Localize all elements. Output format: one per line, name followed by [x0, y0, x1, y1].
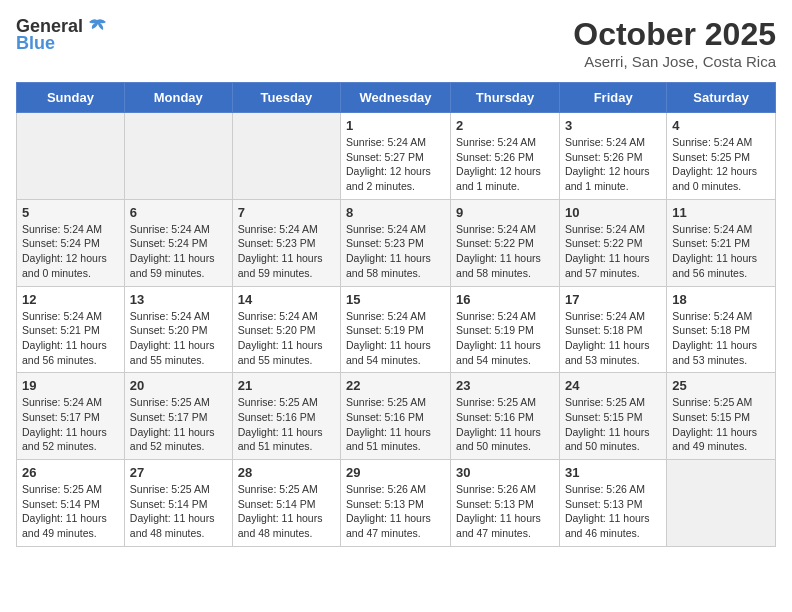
day-number: 16 [456, 292, 554, 307]
day-number: 21 [238, 378, 335, 393]
day-number: 14 [238, 292, 335, 307]
day-number: 6 [130, 205, 227, 220]
weekday-header: Thursday [451, 83, 560, 113]
calendar-cell: 22Sunrise: 5:25 AM Sunset: 5:16 PM Dayli… [341, 373, 451, 460]
day-number: 9 [456, 205, 554, 220]
calendar-cell: 14Sunrise: 5:24 AM Sunset: 5:20 PM Dayli… [232, 286, 340, 373]
calendar-cell [232, 113, 340, 200]
calendar-cell [667, 460, 776, 547]
calendar-cell: 8Sunrise: 5:24 AM Sunset: 5:23 PM Daylig… [341, 199, 451, 286]
calendar-cell: 20Sunrise: 5:25 AM Sunset: 5:17 PM Dayli… [124, 373, 232, 460]
day-info: Sunrise: 5:25 AM Sunset: 5:16 PM Dayligh… [346, 395, 445, 454]
day-info: Sunrise: 5:24 AM Sunset: 5:23 PM Dayligh… [346, 222, 445, 281]
day-info: Sunrise: 5:24 AM Sunset: 5:22 PM Dayligh… [456, 222, 554, 281]
calendar-cell: 11Sunrise: 5:24 AM Sunset: 5:21 PM Dayli… [667, 199, 776, 286]
calendar-cell: 29Sunrise: 5:26 AM Sunset: 5:13 PM Dayli… [341, 460, 451, 547]
calendar-cell: 16Sunrise: 5:24 AM Sunset: 5:19 PM Dayli… [451, 286, 560, 373]
day-number: 13 [130, 292, 227, 307]
day-number: 1 [346, 118, 445, 133]
day-number: 12 [22, 292, 119, 307]
day-info: Sunrise: 5:24 AM Sunset: 5:25 PM Dayligh… [672, 135, 770, 194]
day-info: Sunrise: 5:24 AM Sunset: 5:20 PM Dayligh… [238, 309, 335, 368]
day-number: 20 [130, 378, 227, 393]
calendar-cell [124, 113, 232, 200]
day-info: Sunrise: 5:25 AM Sunset: 5:15 PM Dayligh… [672, 395, 770, 454]
day-number: 18 [672, 292, 770, 307]
calendar-cell: 2Sunrise: 5:24 AM Sunset: 5:26 PM Daylig… [451, 113, 560, 200]
logo-blue: Blue [16, 33, 55, 54]
calendar-cell: 12Sunrise: 5:24 AM Sunset: 5:21 PM Dayli… [17, 286, 125, 373]
day-number: 23 [456, 378, 554, 393]
calendar-cell: 23Sunrise: 5:25 AM Sunset: 5:16 PM Dayli… [451, 373, 560, 460]
day-info: Sunrise: 5:25 AM Sunset: 5:15 PM Dayligh… [565, 395, 661, 454]
day-number: 8 [346, 205, 445, 220]
day-info: Sunrise: 5:24 AM Sunset: 5:27 PM Dayligh… [346, 135, 445, 194]
calendar-cell: 30Sunrise: 5:26 AM Sunset: 5:13 PM Dayli… [451, 460, 560, 547]
day-info: Sunrise: 5:24 AM Sunset: 5:19 PM Dayligh… [346, 309, 445, 368]
day-number: 19 [22, 378, 119, 393]
calendar-cell: 18Sunrise: 5:24 AM Sunset: 5:18 PM Dayli… [667, 286, 776, 373]
calendar-cell [17, 113, 125, 200]
day-info: Sunrise: 5:24 AM Sunset: 5:21 PM Dayligh… [22, 309, 119, 368]
day-info: Sunrise: 5:25 AM Sunset: 5:14 PM Dayligh… [130, 482, 227, 541]
weekday-header: Saturday [667, 83, 776, 113]
calendar-cell: 15Sunrise: 5:24 AM Sunset: 5:19 PM Dayli… [341, 286, 451, 373]
calendar-week-row: 5Sunrise: 5:24 AM Sunset: 5:24 PM Daylig… [17, 199, 776, 286]
day-number: 17 [565, 292, 661, 307]
day-info: Sunrise: 5:24 AM Sunset: 5:22 PM Dayligh… [565, 222, 661, 281]
calendar-cell: 31Sunrise: 5:26 AM Sunset: 5:13 PM Dayli… [559, 460, 666, 547]
calendar-cell: 27Sunrise: 5:25 AM Sunset: 5:14 PM Dayli… [124, 460, 232, 547]
calendar-cell: 5Sunrise: 5:24 AM Sunset: 5:24 PM Daylig… [17, 199, 125, 286]
day-number: 7 [238, 205, 335, 220]
calendar-week-row: 1Sunrise: 5:24 AM Sunset: 5:27 PM Daylig… [17, 113, 776, 200]
day-info: Sunrise: 5:24 AM Sunset: 5:23 PM Dayligh… [238, 222, 335, 281]
calendar-cell: 10Sunrise: 5:24 AM Sunset: 5:22 PM Dayli… [559, 199, 666, 286]
day-info: Sunrise: 5:24 AM Sunset: 5:18 PM Dayligh… [672, 309, 770, 368]
day-info: Sunrise: 5:24 AM Sunset: 5:24 PM Dayligh… [130, 222, 227, 281]
day-number: 10 [565, 205, 661, 220]
month-title: October 2025 [573, 16, 776, 53]
day-info: Sunrise: 5:25 AM Sunset: 5:14 PM Dayligh… [238, 482, 335, 541]
day-info: Sunrise: 5:24 AM Sunset: 5:17 PM Dayligh… [22, 395, 119, 454]
day-info: Sunrise: 5:24 AM Sunset: 5:20 PM Dayligh… [130, 309, 227, 368]
day-info: Sunrise: 5:26 AM Sunset: 5:13 PM Dayligh… [346, 482, 445, 541]
weekday-header: Monday [124, 83, 232, 113]
day-info: Sunrise: 5:25 AM Sunset: 5:14 PM Dayligh… [22, 482, 119, 541]
day-number: 26 [22, 465, 119, 480]
calendar: SundayMondayTuesdayWednesdayThursdayFrid… [16, 82, 776, 547]
day-info: Sunrise: 5:26 AM Sunset: 5:13 PM Dayligh… [456, 482, 554, 541]
calendar-week-row: 26Sunrise: 5:25 AM Sunset: 5:14 PM Dayli… [17, 460, 776, 547]
calendar-cell: 28Sunrise: 5:25 AM Sunset: 5:14 PM Dayli… [232, 460, 340, 547]
day-number: 29 [346, 465, 445, 480]
weekday-header: Wednesday [341, 83, 451, 113]
day-info: Sunrise: 5:26 AM Sunset: 5:13 PM Dayligh… [565, 482, 661, 541]
day-number: 11 [672, 205, 770, 220]
weekday-header-row: SundayMondayTuesdayWednesdayThursdayFrid… [17, 83, 776, 113]
calendar-cell: 9Sunrise: 5:24 AM Sunset: 5:22 PM Daylig… [451, 199, 560, 286]
calendar-week-row: 19Sunrise: 5:24 AM Sunset: 5:17 PM Dayli… [17, 373, 776, 460]
day-info: Sunrise: 5:24 AM Sunset: 5:18 PM Dayligh… [565, 309, 661, 368]
weekday-header: Sunday [17, 83, 125, 113]
calendar-cell: 7Sunrise: 5:24 AM Sunset: 5:23 PM Daylig… [232, 199, 340, 286]
calendar-cell: 6Sunrise: 5:24 AM Sunset: 5:24 PM Daylig… [124, 199, 232, 286]
day-info: Sunrise: 5:24 AM Sunset: 5:19 PM Dayligh… [456, 309, 554, 368]
calendar-cell: 17Sunrise: 5:24 AM Sunset: 5:18 PM Dayli… [559, 286, 666, 373]
day-info: Sunrise: 5:25 AM Sunset: 5:17 PM Dayligh… [130, 395, 227, 454]
calendar-cell: 21Sunrise: 5:25 AM Sunset: 5:16 PM Dayli… [232, 373, 340, 460]
logo-bird-icon [86, 18, 108, 36]
calendar-week-row: 12Sunrise: 5:24 AM Sunset: 5:21 PM Dayli… [17, 286, 776, 373]
calendar-cell: 4Sunrise: 5:24 AM Sunset: 5:25 PM Daylig… [667, 113, 776, 200]
day-info: Sunrise: 5:24 AM Sunset: 5:21 PM Dayligh… [672, 222, 770, 281]
calendar-cell: 1Sunrise: 5:24 AM Sunset: 5:27 PM Daylig… [341, 113, 451, 200]
day-number: 15 [346, 292, 445, 307]
calendar-cell: 25Sunrise: 5:25 AM Sunset: 5:15 PM Dayli… [667, 373, 776, 460]
title-section: October 2025 Aserri, San Jose, Costa Ric… [573, 16, 776, 70]
day-number: 3 [565, 118, 661, 133]
page-header: General Blue October 2025 Aserri, San Jo… [16, 16, 776, 70]
calendar-cell: 26Sunrise: 5:25 AM Sunset: 5:14 PM Dayli… [17, 460, 125, 547]
calendar-cell: 13Sunrise: 5:24 AM Sunset: 5:20 PM Dayli… [124, 286, 232, 373]
day-number: 27 [130, 465, 227, 480]
day-info: Sunrise: 5:25 AM Sunset: 5:16 PM Dayligh… [238, 395, 335, 454]
location: Aserri, San Jose, Costa Rica [573, 53, 776, 70]
day-number: 28 [238, 465, 335, 480]
